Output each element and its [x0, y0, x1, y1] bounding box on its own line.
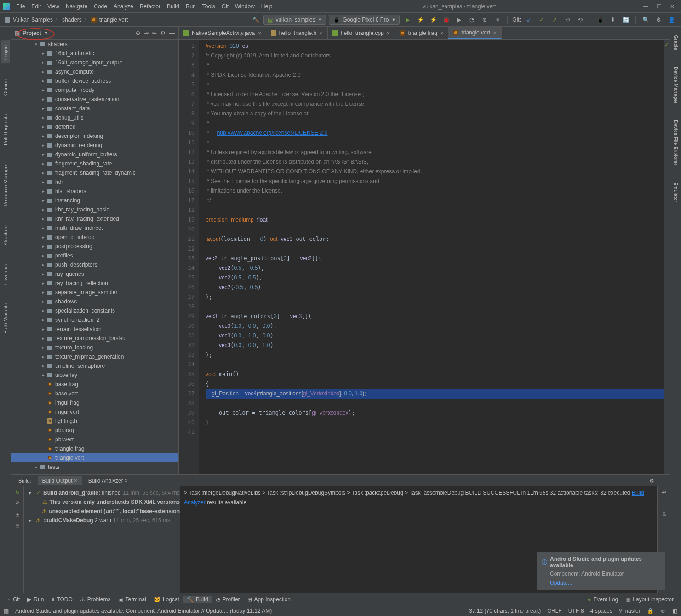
tree-node[interactable]: ▸instancing	[11, 196, 178, 205]
rail-gradle[interactable]: Gradle	[672, 31, 680, 54]
tree-node[interactable]: ▸uioverlay	[11, 371, 178, 380]
close-tab-icon[interactable]: ×	[319, 30, 323, 37]
tree-node[interactable]: ▾shaders	[11, 40, 178, 49]
indent[interactable]: 4 spaces	[590, 608, 612, 614]
tree-node[interactable]: ▸16bit_storage_input_output	[11, 58, 178, 67]
run-icon[interactable]: ▶	[402, 15, 412, 25]
close-tab-icon[interactable]: ×	[493, 29, 497, 36]
expand-arrow-icon[interactable]: ▸	[40, 281, 46, 285]
expand-arrow-icon[interactable]: ▸	[40, 308, 46, 313]
profile-icon[interactable]: ◔	[467, 15, 477, 25]
expand-arrow-icon[interactable]: ▸	[40, 253, 46, 258]
menu-code[interactable]: Code	[91, 3, 110, 10]
tree-node[interactable]: ▸fragment_shading_rate_dynamic	[11, 168, 178, 177]
coverage-icon[interactable]: ▶	[454, 15, 464, 25]
chevron-down-icon[interactable]: ▼	[44, 31, 48, 35]
sync-icon[interactable]: 🔄	[621, 15, 631, 25]
tree-node[interactable]: ▸third_party [vulkan_samples]	[11, 472, 178, 474]
hide-icon[interactable]: —	[169, 30, 175, 36]
menu-navigate[interactable]: Navigate	[63, 3, 91, 10]
expand-arrow-icon[interactable]: ▸	[40, 244, 46, 249]
git-history-icon[interactable]: ⟲	[562, 15, 572, 25]
build-node[interactable]: ⚠unexpected element (uri:"", local:"base…	[24, 507, 180, 516]
tree-node[interactable]: triangle.frag	[11, 444, 178, 453]
close-tab-icon[interactable]: ×	[258, 30, 261, 37]
git-update-icon[interactable]: ↙	[524, 15, 534, 25]
build-node[interactable]: ▾✓Build android_gradle: finished 11 min,…	[24, 488, 180, 497]
menu-git[interactable]: Git	[218, 3, 232, 10]
bottom-terminal[interactable]: ▣Terminal	[114, 596, 150, 603]
bottom-event-log[interactable]: ●Event Log	[584, 596, 622, 603]
rail-device-file-explorer[interactable]: Device File Explorer	[672, 116, 680, 169]
tree-node[interactable]: ▸timeline_semaphore	[11, 361, 178, 371]
code-editor[interactable]: 1234567891011121314151617181920212223242…	[179, 40, 670, 474]
tree-node[interactable]: ▸synchronization_2	[11, 315, 178, 325]
tree-node[interactable]: ▸tests	[11, 462, 178, 472]
tree-node[interactable]: ▸separate_image_sampler	[11, 288, 178, 297]
settings-icon[interactable]: ⚙	[653, 15, 664, 25]
expand-arrow-icon[interactable]: ▸	[40, 60, 46, 65]
tree-node[interactable]: ▸terrain_tessellation	[11, 325, 178, 334]
menu-refactor[interactable]: Refactor	[137, 3, 164, 10]
tree-node[interactable]: imgui.vert	[11, 407, 178, 416]
tree-node[interactable]: ▸profiles	[11, 251, 178, 260]
tree-node[interactable]: ▸compute_nbody	[11, 86, 178, 95]
editor-tab[interactable]: triangle.frag×	[395, 27, 448, 39]
memory-icon[interactable]: ☺	[660, 608, 666, 614]
project-tree[interactable]: ▾shaders▸16bit_arithmetic▸16bit_storage_…	[11, 40, 178, 474]
expand-arrow-icon[interactable]: ▸	[40, 171, 46, 175]
target-icon[interactable]: ⊙	[136, 30, 140, 36]
breadcrumb-seg[interactable]: shaders	[62, 17, 82, 23]
bottom-layout-inspector[interactable]: ▦Layout Inspector	[622, 596, 677, 603]
rail-pull-requests[interactable]: Pull Requests	[1, 110, 10, 149]
close-tab-icon[interactable]: ×	[387, 30, 390, 37]
expand-arrow-icon[interactable]: ▸	[40, 207, 46, 212]
status-toggle-icon[interactable]: ▥	[4, 608, 9, 614]
menu-run[interactable]: Run	[183, 3, 199, 10]
editor-tab[interactable]: hello_triangle.cpp×	[328, 27, 395, 39]
error-stripe[interactable]: ✓	[664, 40, 670, 474]
expand-arrow-icon[interactable]: ▸	[40, 79, 46, 83]
bottom-app-inspection[interactable]: ⊞App Inspection	[244, 596, 294, 603]
close-icon[interactable]: ✕	[670, 3, 675, 10]
tree-node[interactable]: ▸open_cl_interop	[11, 233, 178, 242]
expand-arrow-icon[interactable]: ▸	[40, 235, 46, 240]
hammer-icon[interactable]: 🔨	[251, 15, 261, 25]
bottom-run[interactable]: ▶Run	[23, 596, 47, 603]
menu-analyze[interactable]: Analyze	[110, 3, 137, 10]
menu-window[interactable]: Window	[232, 3, 258, 10]
rail-resource-manager[interactable]: Resource Manager	[1, 160, 10, 211]
tree-node[interactable]: ▸texture_loading	[11, 343, 178, 352]
expand-arrow-icon[interactable]: ▸	[40, 217, 46, 221]
menu-edit[interactable]: Edit	[28, 3, 44, 10]
tree-node[interactable]: pbr.frag	[11, 426, 178, 435]
tree-node[interactable]: ▸push_descriptors	[11, 260, 178, 269]
print-icon[interactable]: 🖶	[661, 511, 667, 518]
maximize-icon[interactable]: ☐	[657, 3, 662, 10]
editor-tab[interactable]: triangle.vert×	[448, 27, 501, 39]
build-node[interactable]: ▸⚠:buildCMakeDebug 2 warn 11 min, 25 sec…	[24, 516, 180, 525]
stop-icon[interactable]: ■	[492, 15, 503, 25]
tree-node[interactable]: ▸texture_mipmap_generation	[11, 352, 178, 361]
gear-icon[interactable]: ⚙	[647, 478, 657, 484]
tree-node[interactable]: imgui.frag	[11, 398, 178, 407]
project-view-selector[interactable]: Project	[23, 30, 41, 36]
tree-node[interactable]: ▸texture_compression_basisu	[11, 334, 178, 343]
rail-structure[interactable]: Structure	[1, 222, 10, 250]
menu-build[interactable]: Build	[164, 3, 183, 10]
expand-arrow-icon[interactable]: ▸	[40, 327, 46, 331]
tree-node[interactable]: ▸descriptor_indexing	[11, 131, 178, 141]
menu-file[interactable]: File	[13, 3, 28, 10]
search-icon[interactable]: 🔍	[641, 15, 651, 25]
git-push-icon[interactable]: ↗	[549, 15, 560, 25]
bottom-problems[interactable]: ⚠Problems	[76, 596, 114, 603]
bottom-git[interactable]: ⑂Git	[4, 596, 23, 603]
tree-node[interactable]: ▸postprocessing	[11, 242, 178, 251]
expand-arrow-icon[interactable]: ▸	[40, 345, 46, 350]
tree-node[interactable]: ▸debug_utils	[11, 113, 178, 122]
build-output-tab[interactable]: Build Output ×	[38, 476, 82, 485]
editor-tab[interactable]: hello_triangle.h×	[266, 27, 328, 39]
build-tree[interactable]: ▾✓Build android_gradle: finished 11 min,…	[24, 486, 180, 593]
inspect-icon[interactable]: ◧	[672, 608, 677, 614]
run-config-dropdown[interactable]: ▤vulkan_samples▼	[263, 15, 326, 25]
